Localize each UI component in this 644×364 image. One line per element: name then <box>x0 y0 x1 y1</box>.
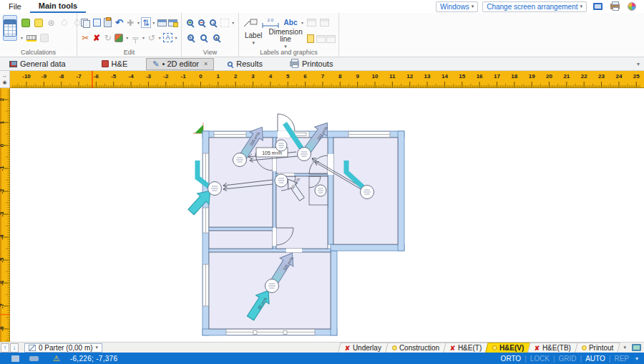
svg-text:15: 15 <box>459 73 465 80</box>
label-dropdown-button[interactable]: Label▾ <box>242 32 265 45</box>
magnifier-minus-icon: − <box>198 19 205 26</box>
monitor-icon[interactable] <box>632 344 641 351</box>
svg-text:17: 17 <box>494 73 500 80</box>
hidden-icon: ✘ <box>535 345 540 352</box>
droplet-icon <box>60 19 68 27</box>
chevron-down-icon[interactable]: ▾ <box>174 35 178 40</box>
tab-h-and-e[interactable]: H&E <box>96 58 134 70</box>
horizontal-ruler[interactable]: -10-9-8-7-6-5-4-3-2-10123456789101112131… <box>10 71 644 88</box>
layer-construction[interactable]: Construction <box>385 343 447 353</box>
svg-text:-5: -5 <box>0 257 5 263</box>
air-valve <box>208 182 222 196</box>
vertical-ruler[interactable]: -8-7-6-5-4-3-2-1012 <box>0 88 10 342</box>
layer-printout[interactable]: Printout <box>575 343 620 353</box>
svg-text:8: 8 <box>338 73 342 80</box>
copy-special-button[interactable] <box>92 16 102 29</box>
edit-data-button[interactable] <box>32 16 44 29</box>
room-tools-button[interactable] <box>19 16 31 29</box>
mode-auto[interactable]: AUTO <box>585 355 605 363</box>
mode-orto[interactable]: ORTO <box>501 355 522 363</box>
help-button[interactable] <box>625 1 638 12</box>
tab-2d-editor[interactable]: ✎ • 2D editor × <box>146 58 214 70</box>
svg-text:13: 13 <box>424 73 431 80</box>
rotate-ccw-button: ↺ <box>147 32 157 44</box>
copy-icon <box>81 19 89 27</box>
svg-text:22: 22 <box>581 73 587 80</box>
floor-selector[interactable]: 0 Parter (0,00 m) ▾ <box>24 343 102 353</box>
zoom-all-button[interactable] <box>197 32 210 44</box>
panel-button[interactable] <box>157 16 167 29</box>
menu-right-controls: Windows▾ Change screen arrangement▾ <box>436 1 644 12</box>
screen-layout-button[interactable] <box>591 1 604 12</box>
delete-button[interactable]: ✘ <box>92 32 102 44</box>
mode-grid[interactable]: GRID <box>559 355 577 363</box>
ruler-corner[interactable]: ↔ ◉ <box>0 71 10 88</box>
svg-text:-4: -4 <box>129 73 135 80</box>
zoom-in-button[interactable]: + <box>185 16 195 29</box>
ribbon-group-edit: ↶ ✚▾ ⇅▾ ✂ ✘ ↻ ▾ ╤▾ ↺▾ A▾ Edit <box>77 13 182 57</box>
separator: | <box>525 355 527 363</box>
air-valve <box>233 153 247 167</box>
menu-main-tools[interactable]: Main tools <box>30 0 86 13</box>
tab-results[interactable]: Results <box>221 58 268 70</box>
chevron-down-icon[interactable]: ▾ <box>623 345 626 350</box>
chevron-down-icon[interactable]: ▾ <box>125 35 130 40</box>
chevron-down-icon[interactable]: ▾ <box>635 355 638 362</box>
mode-toggles: ORTO| LOCK| GRID| AUTO| REP ▾ <box>501 355 644 363</box>
floor-down-button[interactable]: ↓ <box>10 343 19 353</box>
tab-printouts[interactable]: Printouts <box>284 58 338 70</box>
panel-edit-button[interactable] <box>167 16 178 29</box>
pin-button: ✚ <box>125 16 136 29</box>
zoom-refresh-button[interactable]: ↻ <box>185 32 197 44</box>
layer-het[interactable]: ✘H&E(T) <box>443 343 488 353</box>
zoom-area-button[interactable]: ▪ <box>208 16 218 29</box>
radiator-button[interactable] <box>25 32 37 44</box>
room-corridor-strip <box>209 231 273 249</box>
cut-button[interactable]: ✂ <box>80 32 91 44</box>
windows-menu-button[interactable]: Windows▾ <box>436 1 478 12</box>
magnifier-plus-icon: + <box>187 19 193 26</box>
air-valve <box>275 140 287 151</box>
chevron-down-icon[interactable]: ▾ <box>231 20 235 25</box>
abc-text-button[interactable]: Abc <box>282 16 299 29</box>
undo-button[interactable]: ↶ <box>114 16 125 29</box>
select-area-button[interactable]: A <box>162 32 173 44</box>
close-icon[interactable]: × <box>204 60 208 67</box>
chevron-down-icon[interactable]: ▾ <box>19 35 24 40</box>
tab-general-data[interactable]: General data <box>4 58 72 70</box>
pencil-icon: ✎ <box>152 59 159 69</box>
zoom-page-button[interactable]: ● <box>210 32 223 44</box>
layer-hev[interactable]: H&E(V) <box>485 343 531 353</box>
label-leader-button[interactable] <box>242 16 259 29</box>
layer-underlay[interactable]: ✘Underlay <box>338 343 389 353</box>
change-screen-arrangement-button[interactable]: Change screen arrangement▾ <box>482 1 587 12</box>
dimension-line-dropdown-button[interactable]: Dimension line▾ <box>265 29 305 49</box>
warning-icon[interactable]: ⚠ <box>53 354 60 363</box>
dimension-line-icon-button[interactable]: 2.0 <box>260 16 281 29</box>
chevron-down-icon[interactable]: ▾ <box>300 20 305 25</box>
grid-table2-button <box>326 33 336 45</box>
print-button[interactable] <box>608 1 621 12</box>
grid-edit-button[interactable] <box>114 32 125 44</box>
chevron-down-icon[interactable]: ▾ <box>136 20 140 25</box>
measure-icon: ↔ <box>2 73 7 79</box>
chevron-down-icon[interactable]: ▾ <box>141 35 145 40</box>
paste-button[interactable] <box>102 16 113 29</box>
layer-hetb[interactable]: ✘H&E(TB) <box>528 343 578 353</box>
calculations-button[interactable] <box>3 15 17 41</box>
new-page-button[interactable] <box>306 33 316 45</box>
floor-up-button[interactable]: ↑ <box>1 343 9 353</box>
drawing-canvas[interactable]: 105 m³/h <box>10 88 640 342</box>
menu-file[interactable]: File <box>0 0 30 13</box>
zoom-out-button[interactable]: − <box>196 16 207 29</box>
chevron-down-icon[interactable]: ▾ <box>152 20 156 25</box>
chevron-down-icon[interactable]: ▾ <box>157 35 162 40</box>
chevron-down-icon[interactable]: ▾ <box>637 61 640 67</box>
flip-button[interactable]: ⇅ <box>141 17 150 28</box>
visible-icon <box>582 345 587 350</box>
mode-lock[interactable]: LOCK <box>530 355 550 363</box>
svg-text:0: 0 <box>0 143 5 147</box>
mode-rep[interactable]: REP <box>614 355 629 363</box>
svg-text:4: 4 <box>269 73 273 80</box>
copy-button[interactable] <box>80 16 91 29</box>
